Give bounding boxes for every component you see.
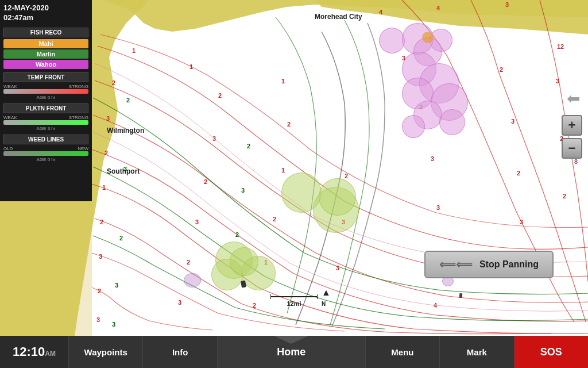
waypoints-button[interactable]: Waypoints [69,336,143,368]
svg-text:2: 2 [119,235,123,241]
pan-arrows-icon: ⟸⟸ [439,258,473,271]
zoom-out-button[interactable]: − [562,138,582,159]
svg-text:3: 3 [112,321,115,328]
plktn-strong-label: STRONG [69,115,88,120]
svg-text:12: 12 [557,43,564,50]
fish-reco-title: FISH RECO [3,28,88,37]
sos-button[interactable]: SOS [514,336,588,368]
svg-text:3: 3 [96,316,100,323]
home-label: Home [277,346,305,358]
vessel-mark-2 [459,293,463,298]
svg-text:3: 3 [241,187,245,194]
scale-label: 12mi [287,300,301,307]
svg-text:3: 3 [115,282,118,289]
info-button[interactable]: Info [143,336,217,368]
north-arrow: ▲N [322,288,331,308]
svg-text:1: 1 [102,184,106,191]
datetime-display: 12-MAY-2020 02:47am [3,3,88,23]
svg-text:2: 2 [204,178,207,185]
map-container: 1 2 3 2 1 2 3 2 3 1 2 3 2 3 2 3 1 2 1 2 … [0,0,588,336]
bubble-green-3 [319,178,356,216]
svg-text:4: 4 [434,302,438,309]
svg-text:3: 3 [106,115,110,122]
temp-age: AGE 0 hr [3,95,88,100]
time-value: 12:10AM [13,346,56,358]
svg-text:2: 2 [112,79,115,86]
time-numbers: 12:10 [13,344,45,359]
left-panel: 12-MAY-2020 02:47am FISH RECO Mahi Marli… [0,0,92,201]
zoom-controls: + − [562,115,582,159]
temp-gradient-bar [3,89,88,94]
city-label-wilmington: Wilmington [107,126,144,135]
svg-text:2: 2 [287,121,291,128]
date-label: 12-MAY-2020 [3,3,88,13]
svg-text:3: 3 [212,135,216,142]
weed-new-label: NEW [78,146,88,151]
svg-text:2: 2 [563,193,566,200]
mark-button[interactable]: Mark [440,336,514,368]
svg-text:3: 3 [556,78,559,85]
bubble-pink-1 [379,28,405,53]
svg-text:1: 1 [189,63,193,70]
svg-text:2: 2 [187,259,190,266]
svg-text:1: 1 [281,167,285,174]
bubble-purple-1 [184,273,201,288]
svg-text:2: 2 [253,302,256,309]
svg-text:1: 1 [132,47,136,54]
zoom-in-button[interactable]: + [562,115,582,136]
weed-gradient-bar [3,151,88,156]
plktn-age: AGE 3 hr [3,126,88,131]
svg-text:8: 8 [574,158,578,165]
svg-text:2: 2 [235,231,239,238]
svg-text:3: 3 [178,299,181,306]
weed-lines-title: WEED LINES [3,135,88,144]
scale-bar: 12mi [270,294,318,307]
plktn-front-title: PLKTN FRONT [3,103,88,113]
plktn-gradient-bar [3,120,88,125]
svg-text:3: 3 [505,1,509,8]
temp-weak-label: WEAK [3,84,17,89]
svg-text:3: 3 [99,253,102,260]
home-chevron-icon [274,336,308,344]
svg-text:2: 2 [345,172,348,179]
svg-text:2: 2 [100,218,103,225]
time-label: 02:47am [3,13,88,23]
bubble-pink-10 [439,109,465,135]
svg-text:1: 1 [281,78,285,85]
clock-display: 12:10AM [0,336,69,368]
time-ampm: AM [45,350,56,358]
svg-text:2: 2 [247,143,250,150]
city-label-southport: Southport [107,167,140,175]
svg-text:2: 2 [105,150,108,156]
svg-text:2: 2 [517,170,520,177]
stop-panning-button[interactable]: ⟸⟸ Stop Panning [424,251,554,278]
bubble-green-7 [230,247,258,276]
weed-old-label: OLD [3,146,13,151]
fish-marlin: Marlin [3,49,88,59]
svg-text:3: 3 [436,204,440,211]
temp-front-title: TEMP FRONT [3,72,88,82]
svg-text:4: 4 [436,5,440,12]
svg-text:3: 3 [511,118,514,125]
svg-text:2: 2 [218,92,222,99]
svg-text:4: 4 [379,9,383,16]
temp-strong-label: STRONG [69,84,88,89]
menu-button[interactable]: Menu [366,336,440,368]
stop-panning-label: Stop Panning [479,259,539,270]
svg-text:2: 2 [126,97,130,103]
plktn-weak-label: WEAK [3,115,17,120]
svg-text:3: 3 [431,155,434,162]
city-label-morehead: Morehead City [315,13,362,21]
svg-text:3: 3 [520,218,523,225]
pan-arrow-icon: ⬅ [567,89,580,108]
weed-age: AGE 0 hr [3,157,88,162]
home-button[interactable]: Home [218,336,366,368]
orange-dot [422,32,434,43]
fish-mahi: Mahi [3,39,88,48]
svg-text:2: 2 [98,288,101,294]
bottom-bar: 12:10AM Waypoints Info Home Menu Mark SO… [0,336,588,368]
svg-text:2: 2 [500,66,503,73]
fish-wahoo: Wahoo [3,60,88,69]
svg-text:2: 2 [273,216,276,223]
svg-text:3: 3 [195,218,199,225]
